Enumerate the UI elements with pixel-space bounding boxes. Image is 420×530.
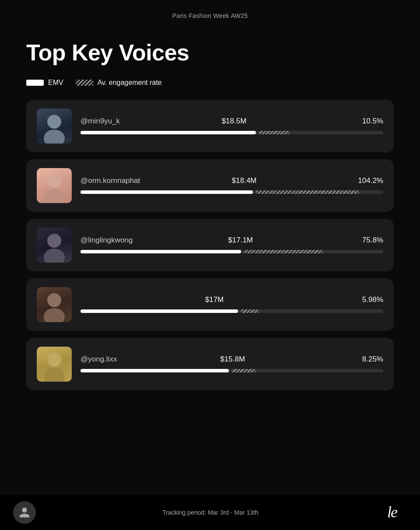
avatar-4 [37, 287, 72, 322]
person-icon [18, 506, 31, 519]
emv-bar-4 [80, 309, 238, 313]
brand-logo: le [385, 502, 407, 523]
card-content-4: $17M 5.98% [80, 295, 383, 314]
bars-row-3 [80, 249, 383, 254]
card-content-3: @linglingkwong $17.1M 75.8% [80, 236, 383, 254]
card-top-row-5: @yong.lixx $15.8M 8.25% [80, 355, 383, 364]
bar-track-2 [80, 190, 383, 194]
avatar-1 [37, 109, 72, 144]
svg-point-5 [44, 249, 65, 263]
svg-point-0 [47, 115, 61, 129]
emv-1: $18.5M [222, 117, 247, 126]
emv-4: $17M [205, 295, 224, 304]
card-top-row-1: @min9yu_k $18.5M 10.5% [80, 117, 383, 126]
header-title: Paris Fashion Week AW25 [172, 12, 248, 19]
page-title: Top Key Voices [0, 26, 420, 74]
bar-track-1 [80, 131, 383, 134]
bar-track-4 [80, 309, 383, 313]
card-content-2: @orm.kornnaphat $18.4M 104.2% [80, 176, 383, 195]
svg-point-6 [47, 293, 61, 307]
emv-5: $15.8M [220, 355, 245, 364]
legend-engagement-label: Av. engagement rate [98, 79, 162, 87]
legend-engagement: Av. engagement rate [76, 79, 162, 87]
engagement-5: 8.25% [348, 355, 383, 364]
svg-text:le: le [387, 503, 398, 519]
eng-bar-3 [244, 250, 323, 253]
avatar-2 [37, 168, 72, 203]
avatar-5 [37, 347, 72, 382]
legend: EMV Av. engagement rate [0, 74, 420, 100]
eng-bar-4 [241, 309, 259, 313]
svg-point-7 [44, 308, 65, 322]
legend-emv: EMV [26, 79, 63, 87]
engagement-4: 5.98% [348, 295, 383, 304]
emv-bar-5 [80, 369, 229, 372]
card-rank-5: @yong.lixx $15.8M 8.25% [26, 338, 394, 390]
engagement-1: 10.5% [348, 117, 383, 126]
emv-bar-3 [80, 250, 241, 253]
card-top-row-2: @orm.kornnaphat $18.4M 104.2% [80, 176, 383, 185]
legend-engagement-bar [76, 80, 93, 86]
svg-point-3 [44, 189, 65, 203]
card-rank-3: @linglingkwong $17.1M 75.8% [26, 219, 394, 271]
bars-row-4 [80, 309, 383, 314]
eng-bar-1 [259, 131, 289, 134]
svg-point-9 [44, 368, 65, 382]
handle-3: @linglingkwong [80, 236, 133, 245]
bars-row-5 [80, 368, 383, 373]
svg-point-1 [44, 130, 65, 144]
cards-container: @min9yu_k $18.5M 10.5% @orm.kornnaphat [0, 100, 420, 390]
emv-3: $17.1M [228, 236, 253, 245]
svg-point-8 [47, 353, 61, 367]
legend-emv-label: EMV [48, 79, 63, 87]
card-content-1: @min9yu_k $18.5M 10.5% [80, 117, 383, 135]
bars-row-2 [80, 190, 383, 195]
card-rank-4: $17M 5.98% [26, 278, 394, 331]
legend-emv-bar [26, 80, 44, 86]
footer-bar: Tracking period: Mar 3rd - Mar 13th le [0, 495, 420, 530]
user-icon[interactable] [13, 501, 36, 524]
handle-1: @min9yu_k [80, 117, 120, 126]
card-rank-1: @min9yu_k $18.5M 10.5% [26, 100, 394, 152]
eng-bar-2 [256, 190, 359, 194]
handle-2: @orm.kornnaphat [80, 176, 140, 185]
card-top-row-3: @linglingkwong $17.1M 75.8% [80, 236, 383, 245]
engagement-2: 104.2% [348, 176, 383, 185]
bar-track-3 [80, 250, 383, 253]
card-rank-2: @orm.kornnaphat $18.4M 104.2% [26, 159, 394, 212]
card-content-5: @yong.lixx $15.8M 8.25% [80, 355, 383, 373]
handle-5: @yong.lixx [80, 355, 117, 364]
engagement-3: 75.8% [348, 236, 383, 245]
svg-point-2 [47, 174, 61, 188]
card-top-row-4: $17M 5.98% [80, 295, 383, 304]
bar-track-5 [80, 369, 383, 372]
tracking-period: Tracking period: Mar 3rd - Mar 13th [162, 509, 259, 516]
page-header: Paris Fashion Week AW25 [0, 0, 420, 26]
bars-row-1 [80, 130, 383, 135]
brand-logo-svg: le [385, 502, 407, 519]
eng-bar-5 [232, 369, 256, 372]
avatar-3 [37, 228, 72, 263]
emv-bar-1 [80, 131, 256, 134]
emv-2: $18.4M [232, 176, 257, 185]
emv-bar-2 [80, 190, 253, 194]
svg-point-4 [47, 234, 61, 248]
